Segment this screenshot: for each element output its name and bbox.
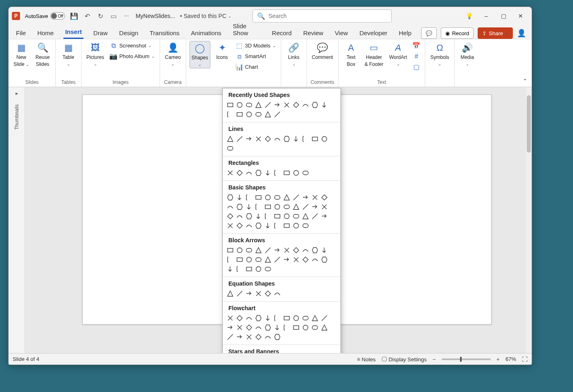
shape-option[interactable] [264, 193, 272, 202]
shape-option[interactable] [235, 265, 244, 273]
shape-option[interactable] [245, 333, 253, 341]
shape-option[interactable] [311, 314, 319, 322]
shape-option[interactable] [273, 221, 282, 230]
fit-to-window-button[interactable]: ⛶ [522, 356, 528, 363]
shape-option[interactable] [235, 193, 244, 202]
shape-option[interactable] [273, 333, 282, 341]
shape-option[interactable] [264, 101, 272, 109]
shape-option[interactable] [301, 246, 310, 255]
saved-status[interactable]: • Saved to this PC ⌄ [180, 13, 231, 19]
text-box-button[interactable]: ATextBox [342, 41, 361, 69]
shape-option[interactable] [235, 221, 244, 230]
shape-option[interactable] [320, 203, 329, 211]
wordart-button[interactable]: AWordArt⌄ [388, 41, 409, 68]
shape-option[interactable] [254, 169, 263, 177]
shape-option[interactable] [311, 193, 319, 202]
shape-option[interactable] [301, 135, 310, 143]
zoom-level[interactable]: 67% [505, 356, 516, 362]
shape-option[interactable] [311, 135, 319, 143]
links-button[interactable]: 🔗Links⌄ [284, 41, 303, 68]
shape-option[interactable] [226, 289, 235, 298]
slide-counter[interactable]: Slide 4 of 4 [13, 356, 39, 362]
shape-option[interactable] [282, 212, 291, 221]
shape-option[interactable] [245, 101, 253, 109]
shape-option[interactable] [235, 246, 244, 255]
shape-option[interactable] [282, 246, 291, 255]
shape-option[interactable] [254, 323, 263, 332]
tab-draw[interactable]: Draw [92, 27, 109, 39]
shape-option[interactable] [273, 255, 282, 264]
shape-option[interactable] [226, 135, 235, 143]
shape-option[interactable] [292, 212, 300, 221]
shape-option[interactable] [311, 323, 319, 332]
shape-option[interactable] [254, 212, 263, 221]
tab-review[interactable]: Review [302, 27, 325, 39]
zoom-out-button[interactable]: − [433, 356, 436, 363]
tab-file[interactable]: File [14, 27, 27, 39]
shape-option[interactable] [235, 323, 244, 332]
shape-option[interactable] [245, 246, 253, 255]
shape-option[interactable] [264, 169, 272, 177]
shape-option[interactable] [254, 333, 263, 341]
shape-option[interactable] [245, 110, 253, 119]
shape-option[interactable] [264, 246, 272, 255]
shape-option[interactable] [245, 255, 253, 264]
shape-option[interactable] [311, 246, 319, 255]
shape-option[interactable] [273, 193, 282, 202]
shape-option[interactable] [235, 289, 244, 298]
shape-option[interactable] [301, 212, 310, 221]
shape-option[interactable] [226, 265, 235, 273]
tab-animations[interactable]: Animations [189, 27, 223, 39]
tab-view[interactable]: View [333, 27, 350, 39]
shape-option[interactable] [235, 169, 244, 177]
shape-option[interactable] [235, 135, 244, 143]
shape-option[interactable] [282, 314, 291, 322]
shapes-button[interactable]: ◯Shapes⌄ [189, 41, 210, 68]
screenshot-button[interactable]: ⧉Screenshot ⌄ [108, 41, 156, 51]
shape-option[interactable] [301, 314, 310, 322]
shape-option[interactable] [292, 203, 300, 211]
shape-option[interactable] [245, 193, 253, 202]
shape-option[interactable] [282, 169, 291, 177]
thumbnails-rail[interactable]: ▸ Thumbnails [9, 87, 25, 353]
shape-option[interactable] [226, 203, 235, 211]
shape-option[interactable] [301, 193, 310, 202]
shape-option[interactable] [235, 333, 244, 341]
vertical-scrollbar[interactable] [526, 87, 532, 353]
shape-option[interactable] [320, 135, 329, 143]
shape-option[interactable] [320, 193, 329, 202]
shape-option[interactable] [282, 255, 291, 264]
comments-pane-button[interactable]: 💬 [421, 27, 437, 39]
photo-album-button[interactable]: 📷Photo Album ⌄ [108, 52, 156, 61]
qat-more-icon[interactable]: ⋯ [122, 12, 131, 20]
shape-option[interactable] [226, 221, 235, 230]
shape-option[interactable] [245, 314, 253, 322]
tab-design[interactable]: Design [117, 27, 140, 39]
shape-option[interactable] [292, 101, 300, 109]
shape-option[interactable] [264, 135, 272, 143]
icons-button[interactable]: ✦Icons [213, 41, 232, 62]
notes-button[interactable]: ≡ Notes [357, 356, 376, 363]
shape-option[interactable] [301, 323, 310, 332]
shape-option[interactable] [311, 203, 319, 211]
shape-option[interactable] [245, 265, 253, 273]
record-button[interactable]: ◉ Record [441, 27, 474, 39]
undo-icon[interactable]: ↶ [83, 12, 91, 20]
shape-option[interactable] [282, 323, 291, 332]
shape-option[interactable] [264, 289, 272, 298]
reuse-slides-button[interactable]: 🔍ReuseSlides [33, 41, 52, 69]
table-button[interactable]: ▦Table⌄ [59, 41, 78, 68]
shape-option[interactable] [292, 221, 300, 230]
shape-option[interactable] [245, 221, 253, 230]
shape-option[interactable] [254, 265, 263, 273]
shape-option[interactable] [292, 169, 300, 177]
filename[interactable]: MyNewSlides... [135, 13, 175, 19]
shape-option[interactable] [320, 255, 329, 264]
shape-option[interactable] [226, 323, 235, 332]
shape-option[interactable] [254, 203, 263, 211]
shape-option[interactable] [226, 255, 235, 264]
minimize-button[interactable]: – [483, 12, 490, 20]
shape-option[interactable] [254, 101, 263, 109]
cameo-button[interactable]: 👤Cameo⌄ [163, 41, 183, 68]
shape-option[interactable] [254, 193, 263, 202]
